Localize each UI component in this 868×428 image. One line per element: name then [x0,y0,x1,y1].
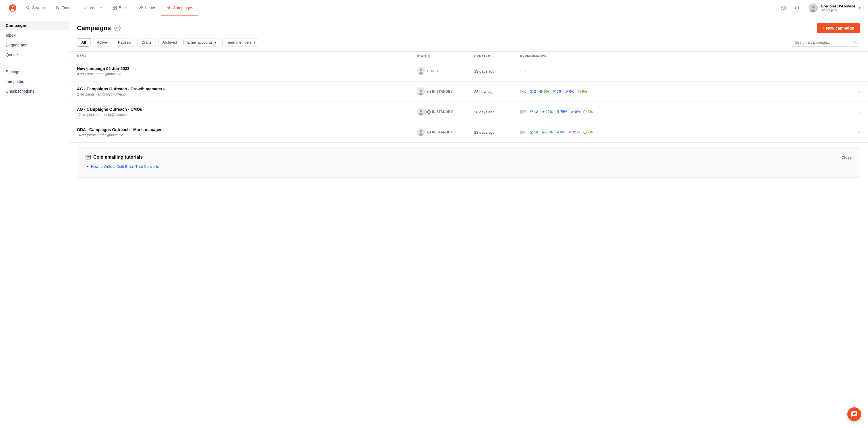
performance-cell: - › [520,69,860,74]
filter-team-members[interactable]: Team members ▾ [222,38,259,46]
perf-bounce: 8% [583,110,592,114]
row-chevron: › [859,89,860,94]
chat-button[interactable] [847,407,861,421]
status-cell: DRAFT [417,67,474,75]
perf-queued: 0 [520,90,526,94]
perf-bounce: 0% [578,90,587,94]
status-cell: IN STANDBY [417,108,474,116]
nav-search[interactable]: Search [21,0,50,16]
perf-open: 0% [539,90,549,94]
notifications-button[interactable] [793,3,802,12]
filter-paused[interactable]: Paused [114,38,135,46]
sidebar-section-settings: Settings Templates Unsubscriptions [0,67,69,96]
filter-active[interactable]: Active [93,38,112,46]
sidebar-item-campaigns[interactable]: Campaigns [0,21,69,30]
svg-rect-5 [113,8,115,9]
svg-point-2 [57,6,58,8]
filter-archived[interactable]: Archived [158,38,181,46]
svg-rect-41 [530,111,533,113]
created-cell: 28 days ago [474,110,520,114]
campaign-name-cell: New campaign 02-Jun-2023 0 recipients • … [77,66,417,76]
user-menu[interactable]: Grégoire D'Aboville Starter plan ▼ [806,2,863,14]
status-cell: IN STANDBY [417,128,474,136]
topnav-right: Grégoire D'Aboville Starter plan ▼ [779,2,863,14]
filter-drafts[interactable]: Drafts [137,38,156,46]
svg-rect-53 [530,131,533,133]
th-created[interactable]: CREATED ↓ [474,55,520,58]
layout: Campaigns Inbox Engagement Queue Setting… [0,16,868,428]
status-badge: DRAFT [427,69,439,73]
perf-bounce: 7% [583,130,592,134]
sidebar-item-unsubscriptions[interactable]: Unsubscriptions [0,86,69,96]
svg-point-12 [812,6,815,9]
svg-marker-24 [429,91,430,92]
table-row[interactable]: AG - Campaigns Outreach - Growth manager… [69,81,868,102]
svg-marker-48 [429,132,430,133]
created-cell: 28 days ago [474,130,520,135]
campaign-name-cell: GDA - Campaigns Outreach - Mark. manager… [77,127,417,137]
table-header: NAME STATUS CREATED ↓ PERFORMANCE [69,51,868,61]
campaign-avatar [417,108,425,116]
status-badge: IN STANDBY [427,110,453,114]
table-row[interactable]: New campaign 02-Jun-2023 0 recipients • … [69,61,868,81]
help-button[interactable] [779,3,788,12]
email-accounts-chevron: ▾ [214,40,216,44]
sort-icon: ↓ [491,55,493,58]
th-status: STATUS [417,55,474,58]
performance-cell: 0 12 92% 75% [520,109,860,114]
perf-reply: 21% [569,130,580,134]
team-members-chevron: ▾ [253,40,255,44]
filter-email-accounts[interactable]: Email accounts ▾ [183,38,220,46]
campaign-avatar [417,88,425,96]
nav-leads[interactable]: Leads [134,0,161,16]
sidebar-item-queue[interactable]: Queue [0,50,69,60]
search-input[interactable] [791,38,860,47]
svg-line-16 [856,43,857,44]
perf-queued: 0 [520,110,526,114]
svg-point-19 [419,72,423,74]
nav-campaigns[interactable]: Campaigns [161,0,198,16]
perf-reply: 0% [570,110,580,114]
perf-click: 0% [552,90,561,94]
created-cell: 19 days ago [474,69,520,73]
perf-sent: 14 [530,130,538,134]
svg-rect-29 [530,90,533,93]
sidebar-item-templates[interactable]: Templates [0,76,69,86]
svg-point-22 [419,93,423,95]
sidebar-item-engagement[interactable]: Engagement [0,40,69,50]
status-badge: IN STANDBY [427,130,453,134]
svg-marker-36 [429,111,430,113]
perf-reply: 0% [565,90,574,94]
nav-verifier[interactable]: Verifier [78,0,107,16]
table-row[interactable]: AG - Campaigns Outreach - CMOs 12 recipi… [69,102,868,122]
filter-all[interactable]: All [77,38,90,46]
campaigns-settings-icon[interactable] [114,25,121,32]
svg-point-54 [542,132,544,133]
tutorial-link[interactable]: How to Write a Cold Email That Converts [91,164,159,169]
table-row[interactable]: GDA - Campaigns Outreach - Mark. manager… [69,122,868,142]
new-campaign-button[interactable]: + New campaign [817,23,860,33]
tutorial-close-button[interactable]: Close [842,155,851,160]
svg-rect-6 [115,8,117,9]
svg-point-14 [117,27,118,29]
campaign-avatar [417,67,425,75]
row-chevron: › [859,130,860,135]
user-menu-chevron: ▼ [858,6,861,9]
svg-rect-3 [113,6,115,7]
sidebar-item-inbox[interactable]: Inbox [0,30,69,40]
tutorial-icon [85,154,91,160]
svg-point-46 [419,133,423,136]
nav-finder[interactable]: Finder [50,0,78,16]
sidebar-item-settings[interactable]: Settings [0,67,69,76]
search-icon [853,40,857,44]
nav-links: Search Finder Verifier Bulks Leads Campa… [21,0,779,16]
created-cell: 28 days ago [474,90,520,94]
logo[interactable] [5,3,21,12]
topnav: Search Finder Verifier Bulks Leads Campa… [0,0,868,16]
perf-sent: 2 [530,90,536,94]
campaign-avatar [417,128,425,136]
tutorial-links: How to Write a Cold Email That Converts [85,164,851,169]
sidebar-divider [0,63,69,63]
nav-bulks[interactable]: Bulks [107,0,134,16]
svg-point-21 [420,90,422,92]
